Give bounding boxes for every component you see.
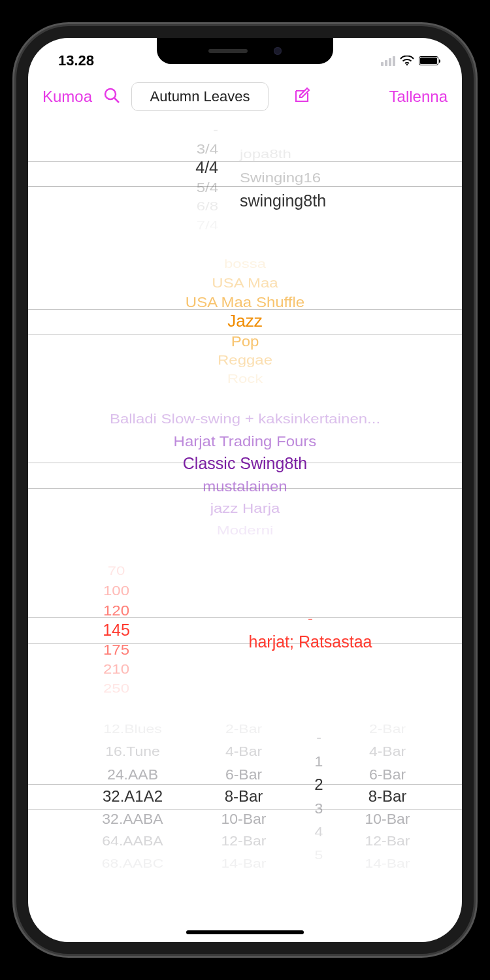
screen: 13.28 Kumoa: [28, 38, 462, 942]
picker-item-selected[interactable]: 2: [302, 773, 335, 796]
style-picker[interactable]: Balladi Slow-swing + kaksinkertainen... …: [28, 408, 462, 542]
picker-item[interactable]: 24.AAB: [93, 763, 172, 785]
picker-item[interactable]: 32.AABA: [93, 808, 172, 830]
search-icon[interactable]: [103, 86, 121, 107]
picker-item[interactable]: 120: [90, 601, 142, 620]
toolbar: Kumoa Tallenna: [28, 77, 462, 120]
picker-item[interactable]: 7/4: [169, 218, 221, 233]
picker-item[interactable]: 5: [302, 846, 335, 864]
device-bezel: 13.28 Kumoa: [16, 26, 474, 954]
picker-item[interactable]: 6-Bar: [355, 763, 420, 785]
picker-item-selected[interactable]: swinging8th: [237, 189, 381, 213]
picker-item[interactable]: USA Maa Shuffle: [186, 293, 304, 311]
picker-item[interactable]: 68.AABC: [93, 855, 172, 872]
picker-item[interactable]: 4: [302, 821, 335, 842]
picker-item[interactable]: Harjat Trading Fours: [174, 431, 317, 451]
save-button[interactable]: Tallenna: [389, 88, 448, 106]
picker-item[interactable]: -: [169, 122, 221, 137]
speaker-grille: [208, 49, 248, 53]
picker-item[interactable]: -: [178, 607, 442, 629]
picker-item[interactable]: 2-Bar: [355, 721, 420, 738]
svg-line-2: [114, 98, 119, 103]
picker-item-selected[interactable]: 8-Bar: [211, 785, 276, 808]
wifi-icon: [400, 56, 414, 66]
picker-item[interactable]: bossa: [224, 256, 266, 271]
picker-item[interactable]: 10-Bar: [355, 808, 420, 830]
picker-item[interactable]: 3: [302, 797, 335, 819]
status-time: 13.28: [58, 52, 94, 69]
picker-item[interactable]: 175: [90, 640, 142, 659]
picker-item-selected[interactable]: Jazz: [227, 311, 262, 331]
picker-item[interactable]: jopa8th: [237, 144, 381, 163]
status-icons: [381, 56, 438, 66]
picker-item[interactable]: 4-Bar: [211, 742, 276, 761]
picker-item[interactable]: USA Maa: [212, 274, 278, 291]
time-signature-picker[interactable]: - 3/4 4/4 5/4 6/8 7/4 jopa8th Swinging16…: [28, 120, 462, 235]
home-indicator[interactable]: [186, 930, 304, 934]
picker-item[interactable]: jazz Harja: [210, 498, 280, 518]
genre-picker[interactable]: bossa USA Maa USA Maa Shuffle Jazz Pop R…: [28, 254, 462, 388]
picker-item[interactable]: 6-Bar: [211, 763, 276, 785]
picker-item[interactable]: 3/4: [169, 140, 221, 157]
picker-item[interactable]: 210: [90, 661, 142, 678]
picker-item[interactable]: 250: [90, 681, 142, 696]
picker-item[interactable]: 4-Bar: [355, 742, 420, 761]
picker-item[interactable]: 12-Bar: [211, 831, 276, 851]
svg-point-0: [406, 64, 408, 66]
content: - 3/4 4/4 5/4 6/8 7/4 jopa8th Swinging16…: [28, 120, 462, 942]
battery-icon: [419, 56, 438, 65]
song-title-input[interactable]: [131, 82, 269, 111]
picker-item-selected[interactable]: 32.A1A2: [93, 785, 172, 808]
picker-item[interactable]: 70: [90, 563, 142, 578]
picker-item-selected[interactable]: 4/4: [169, 158, 221, 177]
picker-item[interactable]: 12-Bar: [355, 831, 420, 851]
picker-item[interactable]: -: [302, 727, 335, 748]
picker-item[interactable]: 14-Bar: [211, 855, 276, 872]
picker-item-selected[interactable]: 8-Bar: [355, 785, 420, 808]
picker-item[interactable]: 100: [90, 582, 142, 599]
form-picker[interactable]: 12.Blues 16.Tune 24.AAB 32.A1A2 32.AABA …: [28, 718, 462, 875]
picker-item[interactable]: mustalainen: [203, 475, 287, 496]
picker-item[interactable]: 2-Bar: [211, 721, 276, 738]
picker-item[interactable]: 5/4: [169, 178, 221, 195]
tempo-picker[interactable]: 70 100 120 145 175 210 250 - harjat; Rat…: [28, 561, 462, 698]
compose-icon[interactable]: [292, 86, 312, 108]
picker-item[interactable]: 64.AABA: [93, 831, 172, 851]
picker-item[interactable]: 16.Tune: [93, 742, 172, 761]
picker-item[interactable]: Rock: [227, 371, 263, 386]
picker-item-selected[interactable]: harjat; Ratsastaa: [178, 630, 442, 653]
picker-item[interactable]: 14-Bar: [355, 855, 420, 872]
notch: [157, 38, 333, 64]
picker-item[interactable]: 1: [302, 750, 335, 772]
cancel-button[interactable]: Kumoa: [42, 88, 92, 106]
picker-item[interactable]: 10-Bar: [211, 808, 276, 830]
front-camera: [274, 47, 282, 55]
picker-item[interactable]: Reggae: [218, 351, 272, 368]
picker-item[interactable]: Pop: [231, 332, 259, 350]
cellular-icon: [381, 56, 395, 66]
svg-point-1: [105, 89, 116, 99]
picker-item-selected[interactable]: 145: [90, 620, 142, 640]
picker-item[interactable]: Moderni: [217, 522, 274, 540]
picker-item-selected[interactable]: Classic Swing8th: [183, 452, 307, 474]
device-frame: 13.28 Kumoa: [0, 0, 490, 980]
picker-item[interactable]: 6/8: [169, 199, 221, 214]
picker-item[interactable]: 12.Blues: [93, 721, 172, 738]
picker-item[interactable]: Swinging16: [237, 167, 381, 188]
picker-item[interactable]: Balladi Slow-swing + kaksinkertainen...: [110, 409, 380, 429]
